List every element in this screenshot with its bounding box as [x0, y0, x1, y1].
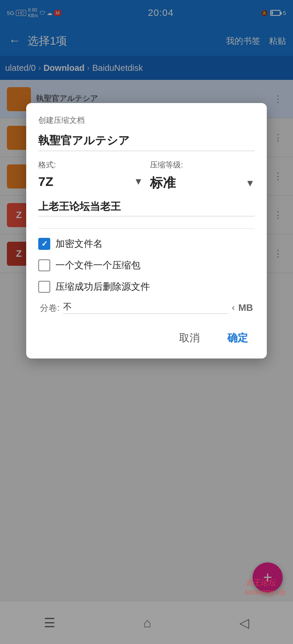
compress-dialog: 创建压缩文档 格式: 7Z ▼ 压缩等级: 标准 ▼ 加密文件名 一个文件一个压…: [26, 103, 267, 358]
split-input[interactable]: [63, 302, 229, 314]
one-file-row[interactable]: 一个文件一个压缩包: [38, 259, 255, 272]
watermark-line2: taowang.vip: [245, 588, 286, 597]
delete-source-row[interactable]: 压缩成功后删除源文件: [38, 280, 255, 293]
one-file-label: 一个文件一个压缩包: [55, 259, 140, 272]
filename-input[interactable]: [38, 134, 255, 151]
format-dropdown-icon[interactable]: ▼: [134, 176, 143, 187]
split-row: 分卷: ‹ MB: [38, 302, 255, 314]
dialog-title: 创建压缩文档: [38, 115, 255, 125]
delete-source-checkbox[interactable]: [38, 281, 50, 293]
encrypt-filename-label: 加密文件名: [55, 237, 103, 250]
one-file-checkbox[interactable]: [38, 259, 50, 271]
watermark: 老王论坛 taowang.vip: [245, 577, 286, 597]
encrypt-filename-row[interactable]: 加密文件名: [38, 237, 255, 250]
split-arrow-icon[interactable]: ‹: [232, 302, 235, 313]
split-unit: MB: [238, 302, 253, 313]
password-input[interactable]: [38, 200, 255, 216]
format-col: 格式: 7Z ▼: [38, 160, 143, 194]
level-value: 标准: [150, 174, 176, 192]
level-col: 压缩等级: 标准 ▼: [150, 160, 255, 194]
dialog-actions: 取消 确定: [38, 324, 255, 348]
level-select[interactable]: 标准 ▼: [150, 173, 255, 194]
confirm-button[interactable]: 确定: [220, 328, 255, 348]
format-select[interactable]: 7Z ▼: [38, 173, 143, 191]
format-value: 7Z: [38, 174, 53, 189]
cancel-button[interactable]: 取消: [172, 328, 207, 348]
divider: [38, 228, 255, 229]
format-row: 格式: 7Z ▼ 压缩等级: 标准 ▼: [38, 160, 255, 194]
level-label: 压缩等级:: [150, 160, 255, 170]
format-label: 格式:: [38, 160, 143, 170]
delete-source-label: 压缩成功后删除源文件: [55, 280, 150, 293]
encrypt-filename-checkbox[interactable]: [38, 238, 50, 250]
level-dropdown-icon[interactable]: ▼: [245, 178, 255, 189]
split-label: 分卷:: [40, 302, 60, 314]
watermark-line1: 老王论坛: [245, 577, 286, 588]
